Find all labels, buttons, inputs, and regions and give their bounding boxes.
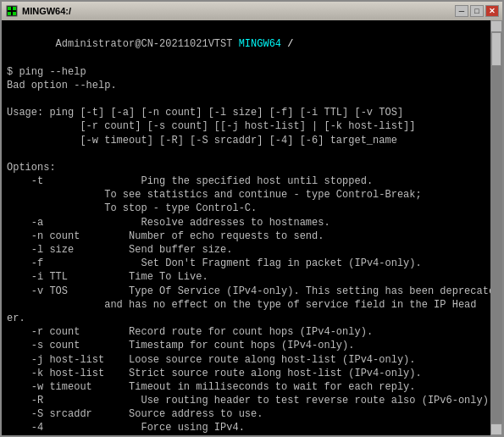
prompt-path-1: /	[281, 38, 293, 50]
opt-R-line: -R Use routing header to test reverse ro…	[7, 394, 485, 407]
opt-t-line3: To stop - type Control-C.	[7, 202, 485, 215]
blank-1	[7, 92, 485, 106]
close-button[interactable]: ✕	[485, 5, 499, 17]
window-icon	[5, 4, 19, 18]
opt-k-line: -k host-list Strict source route along h…	[7, 367, 485, 380]
scroll-down-arrow[interactable]: ▼	[490, 423, 502, 435]
opt-l-line: -l size Send buffer size.	[7, 243, 485, 257]
scroll-thumb[interactable]	[491, 32, 501, 66]
titlebar: MINGW64:/ ─ □ ✕	[2, 2, 502, 20]
prompt-user-1: Administrator@CN-20211021VTST	[56, 38, 233, 50]
opt-r-line: -r count Record route for count hops (IP…	[7, 325, 485, 339]
opt-v-line3: er.	[7, 312, 485, 325]
svg-rect-1	[8, 7, 11, 10]
svg-rect-3	[8, 12, 11, 15]
command-line-1: $ ping --help	[7, 65, 485, 79]
titlebar-left: MINGW64:/	[5, 4, 71, 18]
titlebar-buttons: ─ □ ✕	[455, 5, 499, 17]
opt-n-line: -n count Number of echo requests to send…	[7, 230, 485, 243]
terminal-body[interactable]: Administrator@CN-20211021VTST MINGW64 / …	[2, 20, 502, 435]
usage-line-2: [-r count] [-s count] [[-j host-list] | …	[7, 119, 485, 133]
opt-S-line: -S srcaddr Source address to use.	[7, 407, 485, 421]
scrollbar[interactable]: ▲ ▼	[490, 20, 502, 435]
opt-i-line: -i TTL Time To Live.	[7, 270, 485, 284]
maximize-button[interactable]: □	[470, 5, 484, 17]
opt-t-line2: To see statistics and continue - type Co…	[7, 188, 485, 202]
opt-a-line: -a Resolve addresses to hostnames.	[7, 216, 485, 230]
usage-line-3: [-w timeout] [-R] [-S srcaddr] [-4] [-6]…	[7, 134, 485, 147]
prompt-line-1: Administrator@CN-20211021VTST MINGW64 /	[7, 24, 485, 65]
opt-s-line: -s count Timestamp for count hops (IPv4-…	[7, 339, 485, 352]
options-header: Options:	[7, 161, 485, 174]
window-title: MINGW64:/	[22, 6, 71, 16]
minimize-button[interactable]: ─	[455, 5, 468, 17]
usage-line-1: Usage: ping [-t] [-a] [-n count] [-l siz…	[7, 106, 485, 119]
opt-w-line: -w timeout Timeout in milliseconds to wa…	[7, 380, 485, 394]
scroll-up-arrow[interactable]: ▲	[490, 20, 502, 32]
opt-v-line2: and has no effect on the type of service…	[7, 298, 485, 312]
blank-2	[7, 147, 485, 161]
prompt-host-1: MINGW64	[232, 38, 281, 50]
svg-rect-4	[13, 12, 16, 15]
terminal-window: MINGW64:/ ─ □ ✕ Administrator@CN-2021102…	[0, 0, 504, 437]
svg-rect-2	[13, 7, 16, 10]
opt-t-line1: -t Ping the specified host until stopped…	[7, 174, 485, 188]
opt-j-line: -j host-list Loose source route along ho…	[7, 353, 485, 367]
opt-4-line: -4 Force using IPv4.	[7, 421, 485, 434]
scroll-track[interactable]	[490, 32, 502, 423]
opt-f-line: -f Set Don't Fragment flag in packet (IP…	[7, 257, 485, 270]
bad-option-line: Bad option --help.	[7, 79, 485, 92]
opt-v-line1: -v TOS Type Of Service (IPv4-only). This…	[7, 285, 485, 298]
